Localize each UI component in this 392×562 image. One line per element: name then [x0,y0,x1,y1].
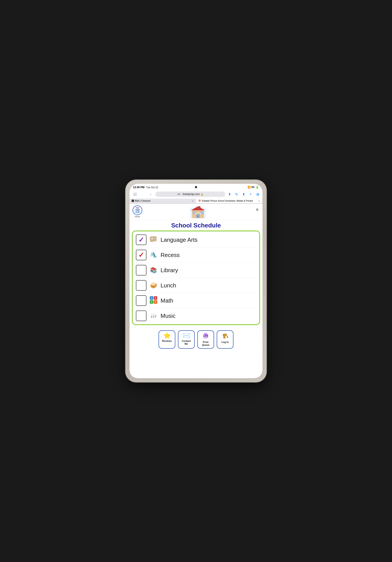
tab1-close-button[interactable]: ✕ [192,200,194,202]
ipad-device: 12:45 PM Tue Oct 22 📶 9% 🔋 ⬜ ‹ › [125,180,267,382]
icon-language-arts: 📖 [149,236,158,244]
svg-text:📖: 📖 [151,238,154,240]
label-math: Math [161,297,173,304]
schedule-item-math[interactable]: ÷ + + × Math [136,293,256,308]
svg-rect-3 [198,206,198,209]
reviews-icon: ⭐ [163,333,171,339]
icon-lunch: 🥪 [149,282,158,289]
back-icon: ‹ [142,192,143,196]
schedule-item-language-arts[interactable]: 📖 Language Arts [136,232,256,247]
label-language-arts: Language Arts [161,236,198,243]
schedule-item-recess[interactable]: 🛝 Recess [136,247,256,263]
title-area: School Schedule [130,220,262,229]
svg-rect-4 [198,206,201,208]
contact-icon: ✉️ [183,333,190,339]
checkbox-math[interactable] [136,295,146,306]
tab-1[interactable]: 🅱 B&N | Checkout ✕ [130,199,196,203]
logo-image: THETRIPCLIP [133,205,142,215]
icon-music: ♩♩♪ [149,313,158,319]
tab2-favicon: 📅 [198,200,201,202]
svg-point-34 [227,337,228,338]
svg-text:+: + [151,300,152,304]
schedule-container: 📖 Language Arts 🛝 Recess 📚 [132,231,260,325]
contact-label: ContactMe [182,340,191,345]
aa-label: AA [177,193,180,196]
share-button[interactable]: ⬆ [241,191,246,197]
svg-text:÷: ÷ [151,296,152,300]
svg-rect-28 [205,338,207,338]
front-camera [195,186,197,188]
forward-button[interactable]: › [147,191,154,197]
page-title: School Schedule [171,222,221,229]
bottom-nav: ⭐ Reviews ✉️ ContactMe [130,327,262,352]
back-button[interactable]: ‹ [140,191,146,197]
battery-icon: 🔋 [256,186,259,189]
site-header: THETRIPCLIP Home [130,204,262,220]
new-tab-button[interactable]: + [248,191,253,197]
ipad-screen: 12:45 PM Tue Oct 22 📶 9% 🔋 ⬜ ‹ › [130,184,262,378]
label-library: Library [161,267,178,274]
schedule-item-lunch[interactable]: 🥪 Lunch [136,278,256,293]
wifi-icon: 📶 [247,186,251,189]
reviews-label: Reviews [162,340,172,342]
reviews-button[interactable]: ⭐ Reviews [158,330,175,349]
print-label: PrintQueue [202,341,209,346]
tab1-label: B&N | Checkout [135,200,150,202]
svg-text:U: U [205,333,206,335]
tab2-close-button[interactable]: ✕ [258,200,260,202]
browser-tabs: 🅱 B&N | Checkout ✕ 📅 Editable Picture Sc… [130,199,262,203]
lock-icon: 🔒 [201,193,203,196]
label-music: Music [161,313,176,319]
tab-2[interactable]: 📅 Editable Picture School Schedules: Mob… [196,199,262,203]
login-icon [222,333,228,340]
svg-rect-11 [196,218,201,218]
login-button[interactable]: Log In [217,330,234,349]
checkbox-language-arts[interactable] [136,234,146,245]
schedule-item-library[interactable]: 📚 Library [136,263,256,278]
address-text: thetripclip.com [183,193,200,196]
forward-icon: › [150,192,151,196]
page-content: THETRIPCLIP Home [130,204,262,378]
status-time: 12:45 PM [133,186,145,189]
address-bar[interactable]: AA thetripclip.com 🔒 [156,191,225,197]
label-recess: Recess [161,252,180,258]
tab1-favicon: 🅱 [132,200,134,202]
icon-library: 📚 [149,267,158,274]
tab-grid-button[interactable]: ⊞ [255,191,260,197]
svg-rect-25 [204,337,207,338]
icon-math: ÷ + + × [149,296,158,305]
checkbox-music[interactable] [136,311,146,321]
home-label: Home [135,216,140,218]
status-date: Tue Oct 22 [146,186,158,189]
contact-me-button[interactable]: ✉️ ContactMe [178,330,195,349]
checkbox-recess[interactable] [136,250,146,260]
browser-chrome: ⬜ ‹ › AA thetripclip.com 🔒 ⬆ ↻ ⬆ [130,190,262,204]
logo-area[interactable]: THETRIPCLIP Home [133,205,142,218]
svg-rect-26 [204,335,205,336]
schedule-item-music[interactable]: ♩♩♪ Music [136,308,256,323]
reload-button[interactable]: ↻ [234,191,239,197]
svg-text:+: + [155,296,156,300]
svg-rect-27 [205,337,207,338]
school-building-icon: SCHOOL [190,205,206,219]
battery-percent: 9% [251,186,255,188]
svg-text:SCHOOL: SCHOOL [196,213,200,215]
hamburger-menu[interactable]: ≡ [255,206,259,213]
label-lunch: Lunch [161,282,176,289]
tab2-label: Editable Picture School Schedules: Mobil… [202,200,258,202]
svg-rect-31 [224,335,225,338]
login-label: Log In [222,341,229,344]
status-icons: 📶 9% 🔋 [247,186,259,189]
svg-text:×: × [155,300,156,304]
print-queue-button[interactable]: U PrintQueue [197,330,214,349]
checkbox-library[interactable] [136,265,146,275]
checkbox-lunch[interactable] [136,280,146,291]
airdrop-button[interactable]: ⬆ [227,191,232,197]
icon-recess: 🛝 [149,252,158,258]
svg-rect-6 [198,216,198,217]
print-icon: U [202,333,209,340]
browser-toolbar: ⬜ ‹ › AA thetripclip.com 🔒 ⬆ ↻ ⬆ [130,190,262,199]
screen-content: 12:45 PM Tue Oct 22 📶 9% 🔋 ⬜ ‹ › [130,184,262,378]
sidebar-toggle-button[interactable]: ⬜ [132,191,138,197]
